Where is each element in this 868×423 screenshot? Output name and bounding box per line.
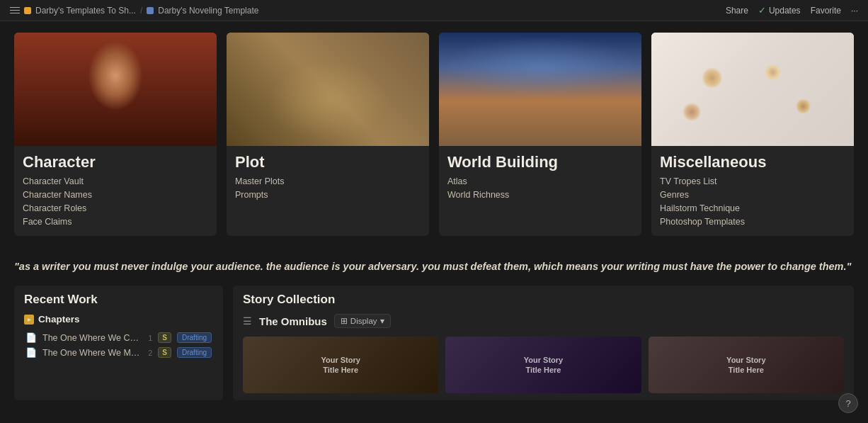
breadcrumb-icon-1 <box>24 7 31 14</box>
badge-drafting-2: Drafting <box>177 347 212 358</box>
chapters-icon: ▸ <box>24 315 34 325</box>
misc-links: TV Tropes List Genres Hailstorm Techniqu… <box>651 176 854 236</box>
story-collection-title: Story Collection <box>243 293 844 307</box>
story-thumb-1[interactable]: Your Story Title Here <box>243 337 438 393</box>
doc-icon-2: 📄 <box>25 347 37 358</box>
breadcrumb-icon-2 <box>147 7 154 14</box>
chapters-header: ▸ Chapters <box>24 314 213 325</box>
checkmark-icon: ✓ <box>758 5 766 16</box>
favorite-button[interactable]: Favorite <box>811 6 841 16</box>
plot-image <box>227 33 429 146</box>
thumb-text-3: Your Story Title Here <box>721 349 771 381</box>
link-atlas[interactable]: Atlas <box>447 176 633 187</box>
story-header: ☰ The Omnibus ⊞ Display ▾ <box>243 314 844 328</box>
link-prompts[interactable]: Prompts <box>235 189 421 201</box>
recent-work-title: Recent Work <box>24 293 213 307</box>
story-icon: ☰ <box>243 315 252 327</box>
link-character-vault[interactable]: Character Vault <box>23 176 208 187</box>
category-world: World Building Atlas World Richness <box>439 33 641 236</box>
bottom-section: Recent Work ▸ Chapters 📄 The One Where W… <box>14 286 854 400</box>
quote-text: "as a writer you must never indulge your… <box>14 261 851 272</box>
link-hailstorm[interactable]: Hailstorm Technique <box>660 203 845 214</box>
toolbar-right: Share ✓ Updates Favorite ··· <box>726 5 858 16</box>
link-photoshop-templates[interactable]: Photoshop Templates <box>660 216 845 227</box>
chevron-down-icon: ▾ <box>380 316 384 326</box>
plot-title: Plot <box>227 146 429 176</box>
link-face-claims[interactable]: Face Claims <box>23 216 208 227</box>
badge-s-1: S <box>158 332 171 343</box>
thumb-text-2: Your Story Title Here <box>518 349 569 381</box>
updates-button[interactable]: ✓ Updates <box>758 5 801 16</box>
help-button[interactable]: ? <box>838 393 858 413</box>
recent-work-box: Recent Work ▸ Chapters 📄 The One Where W… <box>14 286 223 400</box>
category-misc: Miscellaneous TV Tropes List Genres Hail… <box>651 33 854 236</box>
share-button[interactable]: Share <box>726 6 748 16</box>
link-genres[interactable]: Genres <box>660 189 845 201</box>
story-thumbnails: Your Story Title Here Your Story Title H… <box>243 337 844 393</box>
link-character-roles[interactable]: Character Roles <box>23 203 208 214</box>
breadcrumb-sep: / <box>140 6 142 16</box>
badge-drafting-1: Drafting <box>177 332 212 343</box>
doc-icon-1: 📄 <box>25 332 37 343</box>
main-content: Character Character Vault Character Name… <box>0 21 868 423</box>
character-links: Character Vault Character Names Characte… <box>14 176 217 236</box>
chapter-item-1[interactable]: 📄 The One Where We Check Tha... 1 S Draf… <box>24 330 213 345</box>
world-title: World Building <box>439 146 641 176</box>
plot-links: Master Plots Prompts <box>227 176 429 209</box>
world-links: Atlas World Richness <box>439 176 641 209</box>
breadcrumb-2[interactable]: Darby's Noveling Template <box>158 6 258 16</box>
category-grid: Character Character Vault Character Name… <box>14 33 854 236</box>
breadcrumb-1[interactable]: Darby's Templates To Sh... <box>35 6 136 16</box>
world-image <box>439 33 641 146</box>
misc-title: Miscellaneous <box>651 146 854 176</box>
story-thumb-3[interactable]: Your Story Title Here <box>649 337 844 393</box>
menu-icon[interactable] <box>10 7 20 14</box>
misc-image <box>651 33 854 146</box>
character-image <box>14 33 217 146</box>
display-icon: ⊞ <box>341 316 348 326</box>
breadcrumb-area: Darby's Templates To Sh... / Darby's Nov… <box>10 6 258 16</box>
story-thumb-2[interactable]: Your Story Title Here <box>445 337 641 393</box>
category-character: Character Character Vault Character Name… <box>14 33 217 236</box>
display-button[interactable]: ⊞ Display ▾ <box>334 314 391 328</box>
link-tv-tropes[interactable]: TV Tropes List <box>660 176 845 187</box>
badge-s-2: S <box>158 347 171 358</box>
link-master-plots[interactable]: Master Plots <box>235 176 421 187</box>
quote-section: "as a writer you must never indulge your… <box>14 249 854 286</box>
chapter-name-2: The One Where We Make Sure... <box>42 348 142 358</box>
chapter-num-2: 2 <box>148 349 152 357</box>
character-title: Character <box>14 146 217 176</box>
category-plot: Plot Master Plots Prompts <box>227 33 429 236</box>
chapter-item-2[interactable]: 📄 The One Where We Make Sure... 2 S Draf… <box>24 345 213 360</box>
link-character-names[interactable]: Character Names <box>23 189 208 201</box>
chapters-label[interactable]: Chapters <box>38 314 80 325</box>
top-bar: Darby's Templates To Sh... / Darby's Nov… <box>0 0 868 21</box>
chapter-num-1: 1 <box>148 334 152 342</box>
omnibus-title[interactable]: The Omnibus <box>259 315 327 327</box>
chapter-name-1: The One Where We Check Tha... <box>42 333 142 343</box>
story-collection-box: Story Collection ☰ The Omnibus ⊞ Display… <box>233 286 854 400</box>
more-icon[interactable]: ··· <box>851 6 858 16</box>
thumb-text-1: Your Story Title Here <box>315 349 365 381</box>
link-world-richness[interactable]: World Richness <box>447 189 633 201</box>
